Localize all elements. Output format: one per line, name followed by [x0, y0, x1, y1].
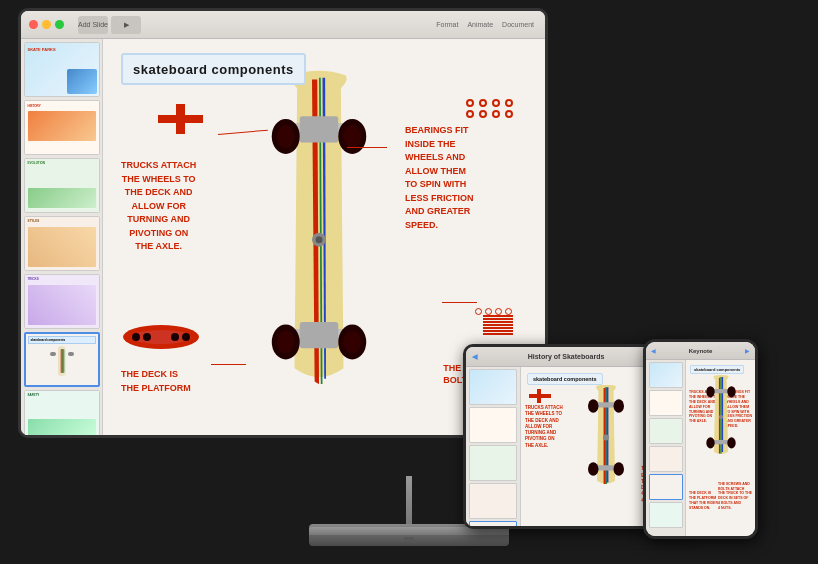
- deck-connector-line: [211, 364, 246, 365]
- screws-dots: [475, 308, 513, 315]
- phone-thumb-1[interactable]: [649, 362, 683, 388]
- slide-thumbnail-4[interactable]: STYLES: [24, 216, 100, 271]
- phone-screen: ◀ Keynote ▶ skateboard components TRUCKS…: [646, 342, 755, 536]
- screws-connector-line: [442, 302, 477, 303]
- slide-title-box: skateboard components: [121, 53, 306, 85]
- svg-rect-23: [529, 394, 551, 398]
- slide-title: skateboard components: [133, 62, 294, 77]
- phone-deck-text: THE DECK ISTHE PLATFORMTHAT THE RIDERSTA…: [689, 491, 718, 511]
- svg-point-13: [344, 125, 362, 148]
- bearings-dots: [466, 99, 515, 118]
- tablet-back-button[interactable]: ◀: [472, 353, 477, 361]
- svg-point-36: [727, 437, 735, 448]
- screws-lines: [483, 315, 513, 335]
- svg-rect-9: [300, 116, 339, 142]
- minimize-button[interactable]: [42, 20, 51, 29]
- tablet-title: History of Skateboards: [480, 353, 652, 360]
- bearings-connector-line: [347, 147, 387, 148]
- svg-point-5: [143, 333, 151, 341]
- monitor-stand: [406, 476, 412, 526]
- svg-point-4: [132, 333, 140, 341]
- svg-point-35: [706, 437, 714, 448]
- slides-sidebar: SKATE PARKS HISTORY EVOLUTION: [21, 39, 103, 435]
- window-controls: [29, 20, 64, 29]
- svg-point-26: [613, 399, 624, 413]
- svg-point-37: [718, 415, 722, 419]
- phone-thumb-3[interactable]: [649, 418, 683, 444]
- svg-point-11: [277, 125, 295, 148]
- tablet-sidebar: [466, 367, 521, 526]
- truck-icon: [158, 104, 203, 138]
- phone-slide-title: skateboard components: [690, 365, 744, 374]
- skateboard-image: [223, 49, 415, 425]
- slide-thumbnail-2[interactable]: HISTORY: [24, 100, 100, 155]
- tablet-thumb-5[interactable]: [469, 521, 517, 526]
- phone-skateboard: [703, 375, 738, 463]
- phone-back-button[interactable]: ◀: [651, 347, 656, 354]
- phone-thumb-4[interactable]: [649, 446, 683, 472]
- svg-point-21: [316, 236, 323, 243]
- trucks-annotation: TRUCKS ATTACHTHE WHEELS TOTHE DECK ANDAL…: [121, 159, 196, 254]
- svg-point-19: [344, 331, 362, 354]
- slide-thumbnail-6[interactable]: skateboard components: [24, 332, 100, 387]
- phone-toolbar: ◀ Keynote ▶: [646, 342, 755, 360]
- deck-annotation: THE DECK ISTHE PLATFORM: [121, 368, 191, 395]
- phone-sidebar: [646, 360, 686, 536]
- bearings-annotation: BEARINGS FITINSIDE THEWHEELS ANDALLOW TH…: [405, 124, 525, 232]
- toolbar-play-button[interactable]: ▶: [111, 16, 141, 34]
- phone-thumb-2[interactable]: [649, 390, 683, 416]
- slide-thumbnail-7[interactable]: SAFETY: [24, 390, 100, 435]
- tablet-trucks-text: TRUCKS ATTACHTHE WHEELS TOTHE DECK ANDAL…: [525, 405, 563, 449]
- phone-thumb-6[interactable]: [649, 502, 683, 528]
- phone: ◀ Keynote ▶ skateboard components TRUCKS…: [643, 339, 758, 539]
- svg-point-28: [588, 462, 599, 476]
- toolbar-controls: Add Slide ▶: [78, 16, 141, 34]
- tablet-thumb-1[interactable]: [469, 369, 517, 405]
- svg-point-30: [603, 435, 609, 441]
- phone-screws-text: THE SCREWS ANDBOLTS ATTACHTHE TRUCK TO T…: [718, 482, 752, 511]
- svg-point-7: [182, 333, 190, 341]
- close-button[interactable]: [29, 20, 38, 29]
- format-button[interactable]: Format: [433, 19, 461, 30]
- svg-point-17: [277, 331, 295, 354]
- document-button[interactable]: Document: [499, 19, 537, 30]
- svg-point-6: [171, 333, 179, 341]
- phone-main-area: skateboard components TRUCKS ATTACHTHE W…: [686, 360, 755, 536]
- slide-thumbnail-3[interactable]: EVOLUTION: [24, 158, 100, 213]
- slide-thumbnail-5[interactable]: TRICKS: [24, 274, 100, 329]
- tablet-thumb-2[interactable]: [469, 407, 517, 443]
- tablet-slide-title: skateboard components: [527, 373, 603, 385]
- tablet-skateboard: [583, 385, 628, 494]
- svg-rect-15: [300, 322, 339, 348]
- toolbar-right-controls: Format Animate Document: [433, 19, 537, 30]
- tablet-thumb-4[interactable]: [469, 483, 517, 519]
- phone-play-button[interactable]: ▶: [745, 347, 750, 354]
- tablet-truck-icon: [529, 389, 551, 407]
- monitor-toolbar: Add Slide ▶ Format Animate Document: [21, 11, 545, 39]
- svg-point-25: [588, 399, 599, 413]
- svg-point-33: [727, 386, 735, 397]
- svg-point-32: [706, 386, 714, 397]
- tablet-thumb-3[interactable]: [469, 445, 517, 481]
- toolbar-add-button[interactable]: Add Slide: [78, 16, 108, 34]
- phone-content: skateboard components TRUCKS ATTACHTHE W…: [646, 360, 755, 536]
- deck-icon: [121, 323, 201, 355]
- svg-rect-1: [158, 115, 203, 123]
- phone-title: Keynote: [658, 348, 743, 354]
- phone-thumb-5[interactable]: [649, 474, 683, 500]
- maximize-button[interactable]: [55, 20, 64, 29]
- svg-point-29: [613, 462, 624, 476]
- slide-thumbnail-1[interactable]: SKATE PARKS: [24, 42, 100, 97]
- animate-button[interactable]: Animate: [464, 19, 496, 30]
